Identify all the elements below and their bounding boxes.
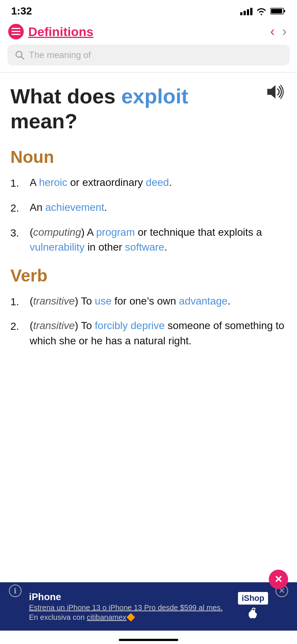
ad-text: iPhone Estrena un iPhone 13 o iPhone 13 …	[29, 591, 231, 622]
def-text-1: A heroic or extraordinary deed.	[30, 175, 287, 190]
def-num-1: 1.	[10, 175, 30, 191]
title-word[interactable]: exploit	[121, 84, 188, 108]
nav-arrows: ‹ ›	[270, 24, 287, 39]
ad-title: iPhone	[29, 591, 231, 603]
noun-label: Noun	[10, 147, 287, 167]
verb-def-text-2: (transitive) To forcibly deprive someone…	[30, 318, 287, 348]
noun-def-1: 1. A heroic or extraordinary deed.	[10, 175, 287, 191]
home-indicator	[119, 639, 178, 641]
sound-button[interactable]	[264, 83, 287, 102]
svg-rect-1	[284, 10, 285, 12]
main-content: What does exploit mean? Noun 1. A heroic…	[0, 73, 297, 370]
verb-def-text-1: (transitive) To use for one’s own advant…	[30, 294, 287, 309]
verb-def-num-2: 2.	[10, 318, 30, 334]
verb-label: Verb	[10, 265, 287, 286]
svg-marker-8	[267, 85, 275, 99]
noun-def-3: 3. (computing) A program or technique th…	[10, 225, 287, 255]
noun-definitions: 1. A heroic or extraordinary deed. 2. An…	[10, 175, 287, 255]
italic-transitive-1: transitive	[33, 295, 75, 307]
ad-ishop-logo[interactable]: iShop	[238, 592, 268, 605]
search-placeholder: The meaning of	[29, 50, 91, 60]
svg-rect-3	[12, 28, 20, 29]
app-title[interactable]: Definitions	[28, 25, 94, 39]
verb-def-2: 2. (transitive) To forcibly deprive some…	[10, 318, 287, 348]
status-time: 1:32	[11, 5, 32, 17]
svg-rect-2	[271, 9, 282, 13]
verb-definitions: 1. (transitive) To use for one’s own adv…	[10, 294, 287, 349]
def-num-3: 3.	[10, 225, 30, 241]
ad-apple-logo	[245, 606, 260, 621]
nav-bar: Definitions ‹ ›	[0, 20, 297, 45]
svg-rect-4	[12, 31, 20, 32]
italic-transitive-2: transitive	[33, 320, 75, 331]
battery-icon	[270, 7, 286, 15]
link-use[interactable]: use	[95, 295, 111, 307]
verb-def-num-1: 1.	[10, 294, 30, 310]
overlay-close-button[interactable]: ✕	[269, 570, 288, 589]
search-icon	[15, 50, 25, 60]
app-icon-circle[interactable]	[8, 24, 24, 39]
link-achievement[interactable]: achievement	[45, 202, 104, 213]
speaker-icon	[264, 83, 287, 101]
nav-left: Definitions	[8, 24, 94, 39]
signal-bars-icon	[240, 7, 252, 15]
status-icons	[240, 7, 286, 15]
search-bar[interactable]: The meaning of	[7, 45, 290, 65]
forward-arrow[interactable]: ›	[282, 24, 287, 39]
verb-def-1: 1. (transitive) To use for one’s own adv…	[10, 294, 287, 310]
link-program[interactable]: program	[96, 226, 135, 238]
wifi-icon	[256, 7, 267, 15]
info-icon[interactable]: ℹ	[9, 585, 22, 597]
word-title: What does exploit mean?	[10, 84, 287, 133]
svg-rect-5	[12, 34, 20, 35]
back-arrow[interactable]: ‹	[270, 24, 275, 39]
link-forcibly-deprive[interactable]: forcibly deprive	[95, 320, 164, 331]
link-heroic[interactable]: heroic	[39, 177, 67, 188]
menu-icon	[12, 28, 20, 35]
noun-def-2: 2. An achievement.	[10, 200, 287, 216]
svg-line-7	[21, 57, 24, 59]
def-num-2: 2.	[10, 200, 30, 216]
link-deed[interactable]: deed	[146, 177, 169, 188]
close-circle-icon: ✕	[274, 574, 283, 585]
link-vulnerability[interactable]: vulnerability	[30, 241, 85, 253]
ad-subtitle: Estrena un iPhone 13 o iPhone 13 Pro des…	[29, 603, 231, 612]
def-text-2: An achievement.	[30, 200, 287, 215]
link-software[interactable]: software	[125, 241, 164, 253]
search-bar-wrap: The meaning of	[0, 45, 297, 72]
status-bar: 1:32	[0, 0, 297, 20]
ad-footnote: En exclusiva con citibanamex🔶	[29, 613, 231, 622]
ad-logo-block: iShop	[238, 592, 268, 621]
title-prefix: What does	[10, 84, 121, 108]
def-text-3: (computing) A program or technique that …	[30, 225, 287, 255]
ad-banner: ℹ iPhone Estrena un iPhone 13 o iPhone 1…	[0, 582, 297, 631]
italic-computing: computing	[33, 226, 81, 238]
title-suffix: mean?	[10, 109, 78, 133]
link-advantage[interactable]: advantage	[179, 295, 228, 307]
verb-section: Verb 1. (transitive) To use for one’s ow…	[10, 265, 287, 349]
noun-section: Noun 1. A heroic or extraordinary deed. …	[10, 147, 287, 255]
